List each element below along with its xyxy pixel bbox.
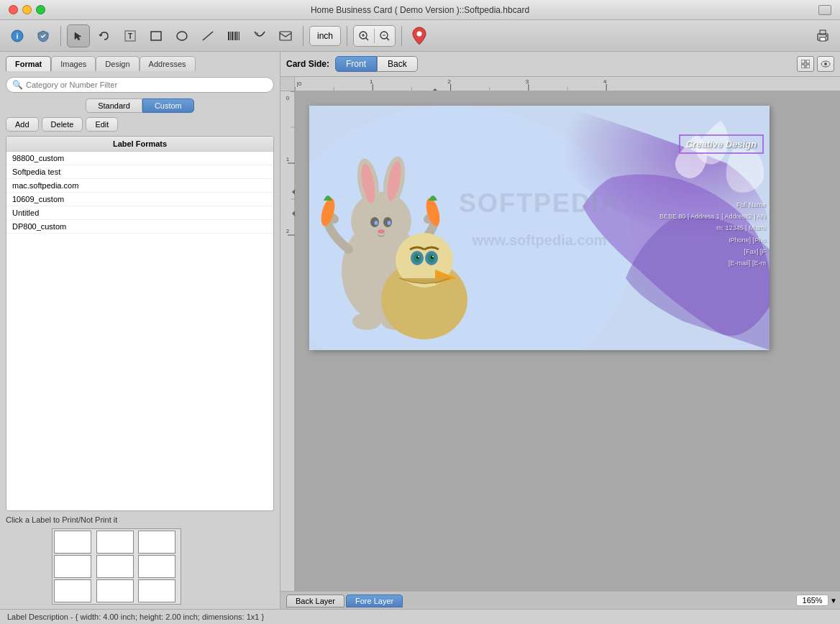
view-buttons <box>797 56 834 72</box>
svg-rect-29 <box>806 60 810 63</box>
oval-tool[interactable] <box>170 24 193 47</box>
svg-text:3: 3 <box>526 78 529 85</box>
rect-tool[interactable] <box>145 24 168 47</box>
svg-text:2: 2 <box>447 78 451 85</box>
add-button[interactable]: Add <box>6 117 39 132</box>
list-item[interactable]: mac.softpedia.com <box>6 179 273 193</box>
svg-rect-7 <box>228 32 229 40</box>
zoom-value: 165% <box>796 595 828 606</box>
grid-cell[interactable] <box>138 555 175 578</box>
canvas-inner: SOFTPEDIA www.softpedia.com Creative Des… <box>295 91 840 364</box>
zoom-in-button[interactable] <box>354 26 374 46</box>
info-icon[interactable]: i <box>6 24 29 47</box>
bottom-tabs: Back Layer Fore Layer <box>280 592 408 609</box>
shield-icon[interactable] <box>32 24 55 47</box>
print-button[interactable] <box>811 24 834 47</box>
ruler-top: |0 1 2 3 4 <box>280 77 840 91</box>
cursor-tool[interactable] <box>67 24 90 47</box>
tab-images[interactable]: Images <box>51 56 96 71</box>
list-item[interactable]: Untitled <box>6 206 273 220</box>
grid-cell[interactable] <box>54 555 91 578</box>
unit-selector[interactable]: inch <box>309 26 341 46</box>
svg-point-85 <box>432 256 434 257</box>
window-title: Home Business Card ( Demo Version )::Sof… <box>311 5 529 15</box>
svg-rect-9 <box>232 32 233 40</box>
fore-layer-tab[interactable]: Fore Layer <box>346 595 403 607</box>
list-item[interactable]: DP800_custom <box>6 220 273 234</box>
text-tool[interactable]: T <box>119 24 142 47</box>
subtab-standard[interactable]: Standard <box>86 98 142 113</box>
window-resize-button[interactable] <box>818 5 831 15</box>
card-text-line-4: iPhone] [Pho <box>659 234 766 246</box>
tab-format[interactable]: Format <box>6 56 51 71</box>
grid-cell[interactable] <box>54 531 91 554</box>
card-text-line-2: BEBE 80 | Address 1 | Address2 | AN <box>659 211 766 222</box>
minimize-button[interactable] <box>22 5 32 14</box>
card-canvas[interactable]: SOFTPEDIA www.softpedia.com Creative Des… <box>309 106 770 350</box>
zoom-controls[interactable] <box>353 25 396 47</box>
label-list: 98800_custom Softpedia test mac.softpedi… <box>6 152 273 510</box>
svg-line-6 <box>203 32 213 40</box>
card-side-label: Card Side: <box>286 59 329 69</box>
left-panel: Format Images Design Addresses 🔍 Standar… <box>0 52 280 609</box>
tab-addresses[interactable]: Addresses <box>140 56 196 71</box>
zoom-out-button[interactable] <box>375 26 395 46</box>
svg-rect-8 <box>230 32 231 40</box>
email-tool[interactable] <box>274 24 297 47</box>
svg-point-5 <box>177 32 187 40</box>
back-layer-tab[interactable]: Back Layer <box>286 595 344 607</box>
grid-cell[interactable] <box>54 579 91 602</box>
svg-rect-31 <box>806 65 810 68</box>
grid-cell[interactable] <box>138 531 175 554</box>
barcode-tool[interactable] <box>222 24 245 47</box>
search-input[interactable] <box>26 81 268 89</box>
grid-cell[interactable] <box>96 555 134 578</box>
grid-cell[interactable] <box>138 579 175 602</box>
card-side-tab-back[interactable]: Back <box>377 56 418 72</box>
svg-line-17 <box>366 37 369 40</box>
grid-cell[interactable] <box>96 579 134 602</box>
card-text-line-6: [E-mail] [E-m <box>659 257 766 269</box>
edit-button[interactable]: Edit <box>86 117 118 132</box>
right-panel: Card Side: Front Back <box>280 52 840 609</box>
titlebar: Home Business Card ( Demo Version )::Sof… <box>0 0 840 20</box>
location-icon[interactable] <box>408 24 431 47</box>
image-tool[interactable] <box>248 24 271 47</box>
svg-text:1: 1 <box>370 78 373 85</box>
card-title-box: Creative Design <box>679 134 764 154</box>
label-formats-container: Label Formats 98800_custom Softpedia tes… <box>6 136 274 511</box>
zoom-dropdown-arrow[interactable]: ▼ <box>830 597 837 605</box>
list-item[interactable]: Softpedia test <box>6 165 273 179</box>
canvas-scroll[interactable]: SOFTPEDIA www.softpedia.com Creative Des… <box>295 91 840 591</box>
subtab-bar: Standard Custom <box>6 98 274 113</box>
ruler-vertical: 0 1 2 <box>280 91 295 591</box>
svg-rect-11 <box>235 32 237 40</box>
svg-text:T: T <box>128 32 132 40</box>
svg-rect-28 <box>801 60 805 63</box>
list-item[interactable]: 10609_custom <box>6 193 273 206</box>
grid-view-button[interactable] <box>797 56 814 72</box>
status-text: Label Description - { width: 4.00 inch; … <box>7 612 264 621</box>
line-tool[interactable] <box>196 24 219 47</box>
close-button[interactable] <box>9 5 18 14</box>
svg-text:1: 1 <box>286 156 290 162</box>
card-side-tabs: Front Back <box>335 56 418 72</box>
undo-tool[interactable] <box>93 24 116 47</box>
search-bar[interactable]: 🔍 <box>6 77 274 93</box>
delete-button[interactable]: Delete <box>42 117 83 132</box>
label-grid-preview <box>6 528 274 605</box>
maximize-button[interactable] <box>36 5 45 14</box>
svg-rect-25 <box>820 37 826 41</box>
tab-design[interactable]: Design <box>96 56 139 71</box>
separator-3 <box>347 26 347 46</box>
svg-rect-13 <box>239 32 239 40</box>
subtab-custom[interactable]: Custom <box>142 98 194 113</box>
eye-view-button[interactable] <box>817 56 834 72</box>
tab-bar: Format Images Design Addresses <box>0 52 280 71</box>
card-side-tab-front[interactable]: Front <box>335 56 377 72</box>
grid-cell[interactable] <box>96 531 134 554</box>
bottom-section: Click a Label to Print/Not Print it <box>0 511 280 609</box>
list-item[interactable]: 98800_custom <box>6 152 273 165</box>
svg-point-27 <box>826 35 827 37</box>
window-controls[interactable] <box>9 5 45 14</box>
